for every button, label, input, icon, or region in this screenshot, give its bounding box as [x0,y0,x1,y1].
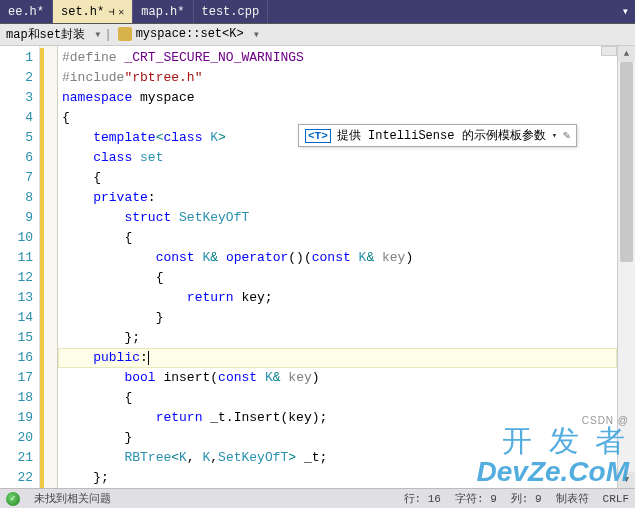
tab-test-cpp[interactable]: test.cpp [194,0,269,23]
status-line[interactable]: 行: 16 [404,491,441,506]
pencil-icon[interactable]: ✎ [563,128,570,143]
close-icon[interactable]: ✕ [118,6,124,18]
status-col[interactable]: 列: 9 [511,491,542,506]
status-bar: ✓ 未找到相关问题 行: 16 字符: 9 列: 9 制表符 CRLF [0,488,635,508]
status-ok-icon[interactable]: ✓ [6,492,20,506]
intellisense-tooltip[interactable]: <T> 提供 IntelliSense 的示例模板参数 ▾ ✎ [298,124,577,147]
breadcrumb-scope[interactable]: myspace::set<K> [112,27,250,41]
tooltip-text: 提供 IntelliSense 的示例模板参数 [337,127,546,144]
status-issues[interactable]: 未找到相关问题 [34,491,111,506]
tab-bar: ee.h* set.h*⊣✕ map.h* test.cpp ▾ [0,0,635,24]
scroll-up-icon[interactable]: ▲ [618,46,635,62]
template-tag-icon: <T> [305,129,331,143]
status-tabs[interactable]: 制表符 [556,491,589,506]
status-crlf[interactable]: CRLF [603,493,629,505]
chevron-down-icon[interactable]: ▾ [552,130,557,141]
class-icon [118,27,132,41]
vertical-scrollbar[interactable]: ▲ ▼ [617,46,635,488]
folding-gutter: − − − − [40,46,58,488]
chevron-down-icon[interactable]: ▾ [91,27,104,42]
scroll-down-icon[interactable]: ▼ [618,472,635,488]
status-char[interactable]: 字符: 9 [455,491,497,506]
breadcrumb-project[interactable]: map和set封装 [0,26,91,43]
line-number-gutter: 1234567891011121314151617181920212223 [0,46,40,488]
scroll-thumb[interactable] [620,62,633,262]
tab-set-h[interactable]: set.h*⊣✕ [53,0,133,23]
tab-ee-h[interactable]: ee.h* [0,0,53,23]
tab-map-h[interactable]: map.h* [133,0,193,23]
tab-overflow-menu[interactable]: ▾ [616,0,635,23]
breadcrumb: map和set封装 ▾ | myspace::set<K> ▾ [0,24,635,46]
code-editor[interactable]: 1234567891011121314151617181920212223 − … [0,46,635,488]
pin-icon: ⊣ [108,6,114,18]
split-handle[interactable] [601,46,617,56]
code-content[interactable]: #define _CRT_SECURE_NO_WARNINGS #include… [58,46,617,488]
chevron-down-icon[interactable]: ▾ [250,27,263,42]
